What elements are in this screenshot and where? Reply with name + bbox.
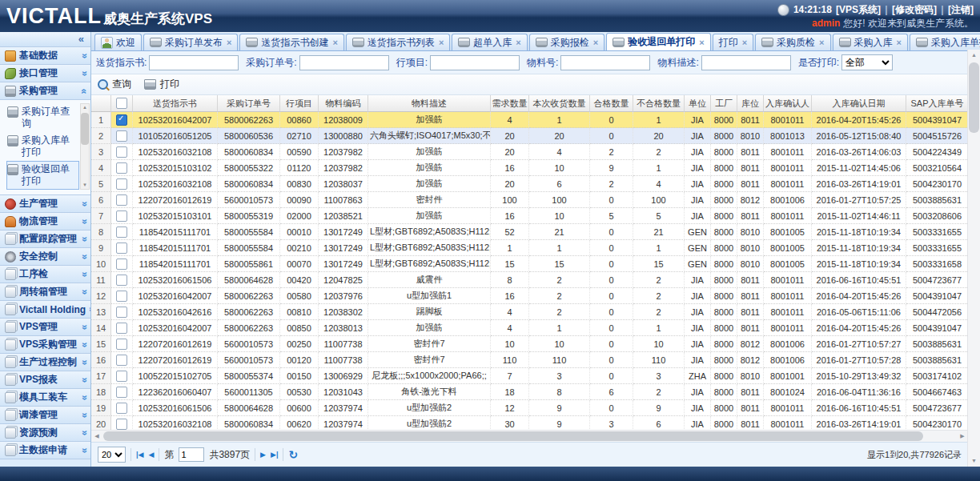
- row-checkbox[interactable]: [116, 162, 127, 174]
- sidebar-group-15[interactable]: 调漆管理«: [0, 407, 90, 424]
- table-row[interactable]: 811854201511170158000555840001013017249L…: [91, 224, 968, 240]
- row-checkbox[interactable]: [116, 355, 127, 366]
- scroll-right-arrow-icon[interactable]: ▶: [957, 431, 968, 442]
- tab-close-icon[interactable]: ×: [699, 38, 704, 47]
- scroll-up-arrow-icon[interactable]: ▲: [968, 50, 980, 61]
- column-header[interactable]: SAP入库单号: [906, 95, 968, 112]
- tab-10[interactable]: 采购入库单打印×: [910, 34, 980, 50]
- submenu-scroll-up-icon[interactable]: ▲: [81, 104, 89, 111]
- row-checkbox[interactable]: [116, 243, 127, 254]
- search-button[interactable]: 查询: [98, 78, 131, 91]
- sidebar-group-3[interactable]: 生产管理«: [0, 195, 90, 213]
- row-checkbox[interactable]: [116, 339, 127, 350]
- tab-0[interactable]: 欢迎: [94, 34, 142, 50]
- sidebar-group-8[interactable]: 周转箱管理«: [0, 283, 90, 301]
- sidebar-group-13[interactable]: VPS报表«: [0, 371, 90, 389]
- next-page-button[interactable]: [260, 447, 266, 462]
- row-checkbox[interactable]: [116, 371, 127, 382]
- select-all-checkbox[interactable]: [116, 98, 127, 109]
- table-row[interactable]: 1910253201606150658000646280060012037974…: [91, 400, 968, 416]
- tab-7[interactable]: 打印×: [713, 34, 753, 50]
- row-checkbox[interactable]: [116, 259, 127, 270]
- row-checkbox[interactable]: [116, 194, 127, 206]
- column-header[interactable]: 本次收货数量: [529, 95, 590, 112]
- sidebar-group-9[interactable]: Victall Holding«: [0, 301, 90, 319]
- vertical-scrollbar[interactable]: ▲ ▼: [967, 50, 980, 467]
- material-no-input[interactable]: [560, 55, 650, 70]
- sidebar-group-5[interactable]: 配置跟踪管理«: [0, 230, 90, 248]
- sidebar-group-6[interactable]: 安全控制«: [0, 248, 90, 266]
- row-checkbox[interactable]: [116, 275, 127, 286]
- column-header[interactable]: 入库确认人: [764, 95, 812, 112]
- tab-2[interactable]: 送货指示书创建×: [239, 34, 343, 50]
- delivery-instruction-input[interactable]: [149, 55, 239, 70]
- sidebar-group-7[interactable]: 工序检«: [0, 266, 90, 283]
- row-checkbox[interactable]: [116, 419, 127, 430]
- tab-1[interactable]: 采购订单发布×: [143, 34, 238, 50]
- sidebar-group-17[interactable]: 主数据申请«: [0, 442, 90, 459]
- table-row[interactable]: 710253201510310158000553190200012038521加…: [91, 208, 968, 224]
- tab-8[interactable]: 采购质检×: [755, 34, 830, 50]
- refresh-icon[interactable]: [288, 448, 298, 461]
- page-size-select[interactable]: 20: [98, 447, 126, 463]
- purchase-order-input[interactable]: [299, 55, 389, 70]
- page-number-input[interactable]: [179, 447, 204, 462]
- tab-close-icon[interactable]: ×: [516, 38, 520, 47]
- row-checkbox[interactable]: [116, 226, 127, 238]
- last-page-button[interactable]: [271, 447, 278, 462]
- print-status-select[interactable]: 全部: [841, 54, 893, 70]
- column-header[interactable]: 库位: [737, 95, 764, 112]
- row-checkbox[interactable]: [116, 210, 127, 222]
- table-row[interactable]: 1210253201604200758000622630058012037976…: [91, 288, 968, 304]
- submenu-scroll-down-icon[interactable]: ▼: [81, 182, 89, 189]
- table-row[interactable]: 2010253201603210858000608340062012037974…: [91, 416, 968, 430]
- line-item-input[interactable]: [430, 55, 520, 70]
- sidebar-item-2[interactable]: 验收退回单打印: [6, 161, 79, 190]
- column-header[interactable]: 采购订单号: [218, 95, 280, 112]
- tab-close-icon[interactable]: ×: [439, 38, 444, 47]
- tab-close-icon[interactable]: ×: [742, 38, 747, 47]
- sidebar-group-14[interactable]: 模具工装车«: [0, 389, 90, 407]
- vertical-scroll-thumb[interactable]: [969, 62, 979, 133]
- table-row[interactable]: 310253201603210858000608340059012037982加…: [91, 144, 968, 160]
- logout-link[interactable]: [注销]: [948, 4, 974, 15]
- row-checkbox[interactable]: [116, 130, 127, 142]
- row-checkbox[interactable]: [116, 146, 127, 158]
- tab-close-icon[interactable]: ×: [227, 38, 231, 47]
- table-row[interactable]: 1410253201604200758000622630085012038013…: [91, 320, 968, 336]
- sidebar-group-10[interactable]: VPS管理«: [0, 319, 90, 336]
- tab-6[interactable]: 验收退回单打印×: [606, 33, 710, 50]
- table-row[interactable]: 1812236201606040756000113050053012031043…: [91, 384, 968, 400]
- tab-4[interactable]: 超单入库×: [452, 34, 527, 50]
- sidebar-group-12[interactable]: 生产过程控制«: [0, 354, 90, 371]
- column-header[interactable]: 物料描述: [368, 95, 491, 112]
- row-checkbox[interactable]: [116, 307, 127, 318]
- tab-5[interactable]: 采购报检×: [529, 34, 604, 50]
- tab-close-icon[interactable]: ×: [332, 38, 337, 47]
- table-row[interactable]: 1011854201511170158000558610007013017249…: [91, 256, 968, 272]
- tab-close-icon[interactable]: ×: [819, 38, 824, 47]
- table-row[interactable]: 510253201603210858000608340083012038037加…: [91, 176, 968, 192]
- sidebar-collapse-button[interactable]: «: [0, 32, 90, 47]
- column-header[interactable]: 不合格数量: [633, 95, 685, 112]
- scroll-down-arrow-icon[interactable]: ▼: [968, 455, 980, 467]
- row-checkbox[interactable]: [116, 291, 127, 302]
- horizontal-scroll-thumb[interactable]: [103, 431, 923, 441]
- tab-3[interactable]: 送货指示书列表×: [346, 34, 450, 50]
- row-checkbox[interactable]: [116, 387, 127, 398]
- tab-close-icon[interactable]: ×: [593, 38, 598, 47]
- sidebar-group-11[interactable]: VPS采购管理«: [0, 336, 90, 354]
- sidebar-item-0[interactable]: 采购订单查询: [6, 103, 79, 132]
- table-row[interactable]: 1512207201601261956000105730025011007738…: [91, 336, 968, 352]
- scroll-left-arrow-icon[interactable]: ◀: [91, 431, 102, 442]
- tab-9[interactable]: 采购入库×: [833, 34, 908, 50]
- sidebar-group-16[interactable]: 资源预测«: [0, 424, 90, 442]
- column-header[interactable]: 送货指示书: [133, 95, 218, 112]
- table-row[interactable]: 210105201605120558000605360271013000880六…: [91, 128, 968, 144]
- submenu-scrollbar[interactable]: ▲▼: [80, 103, 90, 190]
- row-checkbox[interactable]: [116, 403, 127, 414]
- column-header[interactable]: 需求数量: [491, 95, 529, 112]
- first-page-button[interactable]: [136, 447, 143, 462]
- column-header[interactable]: 物料编码: [319, 95, 368, 112]
- column-header[interactable]: 合格数量: [590, 95, 633, 112]
